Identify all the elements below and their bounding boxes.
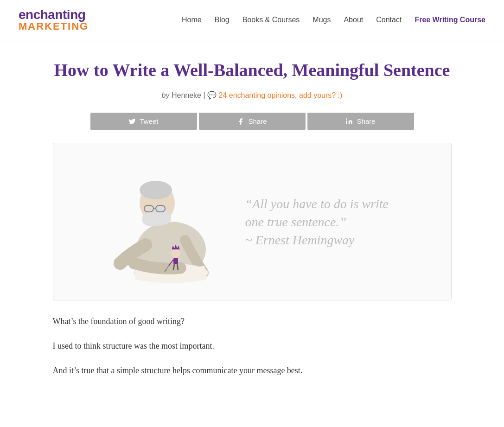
nav-free-writing-course[interactable]: Free Writing Course xyxy=(415,16,485,24)
share-buttons: Tweet Share Share xyxy=(53,113,452,130)
nav-contact[interactable]: Contact xyxy=(376,16,402,24)
meta-separator: | xyxy=(203,91,205,99)
body-paragraph-2: I used to think structure was the most i… xyxy=(53,339,452,353)
linkedin-share-label: Share xyxy=(357,117,375,125)
nav-home[interactable]: Home xyxy=(182,16,202,24)
facebook-share-button[interactable]: Share xyxy=(199,113,306,130)
nav-books-courses[interactable]: Books & Courses xyxy=(242,16,300,24)
article-title: How to Write a Well-Balanced, Meaningful… xyxy=(53,59,452,82)
site-logo[interactable]: enchanting MARKETING xyxy=(19,8,89,32)
main-content: How to Write a Well-Balanced, Meaningful… xyxy=(44,40,461,406)
author-name: Henneke xyxy=(172,91,201,99)
twitter-icon xyxy=(128,118,136,125)
body-paragraph-3: And it’s true that a simple structure he… xyxy=(53,363,452,378)
illustration-wrapper: “All you have to do is write one true se… xyxy=(63,157,442,287)
linkedin-icon xyxy=(345,118,353,125)
comments-link[interactable]: 24 enchanting opinions, add yours? :) xyxy=(219,91,343,99)
main-nav: Home Blog Books & Courses Mugs About Con… xyxy=(182,16,485,24)
svg-point-11 xyxy=(171,249,180,258)
nav-about[interactable]: About xyxy=(344,16,363,24)
site-header: enchanting MARKETING Home Blog Books & C… xyxy=(0,0,504,40)
twitter-share-button[interactable]: Tweet xyxy=(90,113,197,130)
comment-icon: 💬 xyxy=(207,91,217,100)
hemingway-quote: “All you have to do is write one true se… xyxy=(245,195,394,249)
nav-blog[interactable]: Blog xyxy=(215,16,230,24)
quote-text-body: “All you have to do is write one true se… xyxy=(245,197,389,229)
linkedin-share-button[interactable]: Share xyxy=(307,113,414,130)
article-meta: by Henneke | 💬 24 enchanting opinions, a… xyxy=(53,91,452,100)
body-paragraph-1: What’s the foundation of good writing? xyxy=(53,314,452,329)
svg-rect-12 xyxy=(173,258,178,264)
svg-point-6 xyxy=(140,181,172,199)
svg-point-0 xyxy=(346,118,348,120)
logo-marketing: MARKETING xyxy=(19,21,89,32)
logo-enchanting: enchanting xyxy=(19,8,89,21)
facebook-share-label: Share xyxy=(248,117,267,125)
article-body: What’s the foundation of good writing? I… xyxy=(53,314,452,377)
hemingway-illustration xyxy=(111,157,231,287)
quote-attribution: ~ Ernest Hemingway xyxy=(245,233,355,247)
svg-point-5 xyxy=(154,212,171,225)
facebook-icon xyxy=(237,118,244,125)
twitter-share-label: Tweet xyxy=(140,117,158,125)
featured-image-box: “All you have to do is write one true se… xyxy=(53,143,452,300)
nav-mugs[interactable]: Mugs xyxy=(313,16,331,24)
by-label: by xyxy=(162,91,170,99)
